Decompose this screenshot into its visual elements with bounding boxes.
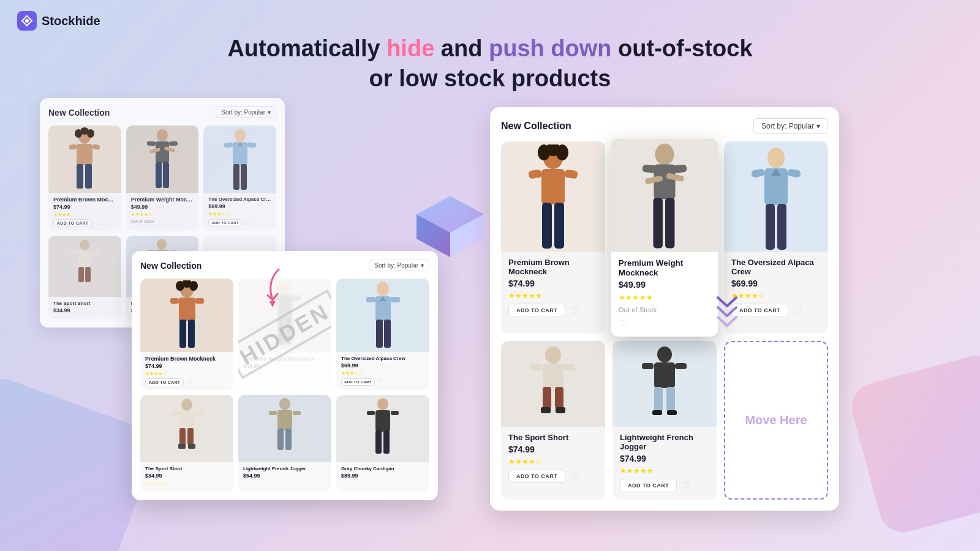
svg-rect-48	[195, 298, 204, 304]
svg-rect-99	[653, 198, 662, 248]
svg-marker-41	[270, 301, 276, 307]
svg-rect-88	[541, 169, 565, 204]
svg-rect-74	[269, 411, 277, 415]
fg-product-1: Premium Brown Mockneck $74.99 ★★★★☆ ADD …	[140, 279, 233, 390]
svg-point-29	[80, 239, 89, 250]
svg-rect-120	[654, 387, 663, 411]
bg-product-3: The Oversized Alpaca Crew $69.99 ★★★☆☆ A…	[203, 126, 276, 231]
svg-rect-71	[188, 444, 195, 449]
svg-rect-107	[777, 204, 786, 250]
fg-product-3: The Oversized Alpaca Crew $69.99 ★★★☆☆ A…	[336, 279, 429, 390]
svg-rect-12	[77, 164, 83, 189]
svg-rect-26	[247, 142, 256, 148]
svg-rect-118	[642, 363, 654, 369]
svg-rect-112	[543, 387, 551, 408]
svg-rect-70	[178, 444, 186, 449]
svg-rect-82	[375, 430, 382, 454]
add-to-cart-r5[interactable]: ADD TO CART	[620, 479, 677, 492]
logo-icon	[17, 11, 37, 31]
svg-rect-69	[187, 428, 194, 445]
svg-point-14	[157, 129, 168, 141]
svg-rect-96	[673, 165, 687, 173]
svg-rect-92	[554, 203, 564, 249]
svg-rect-111	[564, 364, 575, 370]
svg-rect-10	[69, 144, 77, 150]
headline-line2: or low stock products	[369, 66, 611, 91]
headline: Automatically hide and push down out-of-…	[214, 34, 766, 94]
svg-rect-123	[667, 410, 677, 415]
svg-rect-30	[78, 250, 91, 268]
wishlist-r3[interactable]: ♡	[793, 305, 802, 317]
add-to-cart-r4[interactable]: ADD TO CART	[508, 470, 565, 483]
svg-rect-90	[564, 170, 578, 179]
svg-rect-104	[751, 168, 765, 178]
add-to-cart-r1[interactable]: ADD TO CART	[508, 304, 565, 317]
svg-rect-27	[233, 164, 239, 190]
svg-rect-121	[666, 387, 675, 411]
svg-rect-109	[543, 364, 564, 388]
svg-rect-110	[530, 364, 542, 370]
svg-point-72	[279, 398, 290, 410]
headline-part1: Automatically	[227, 36, 386, 61]
right-product-4: The Sport Short $74.99 ★★★★☆ ADD TO CART…	[501, 341, 605, 500]
add-to-cart-fg1[interactable]: ADD TO CART	[145, 378, 184, 386]
wishlist-r5[interactable]: ♡	[682, 480, 690, 492]
panel-bg-sort[interactable]: Sort by: Popular ▾	[216, 107, 276, 118]
svg-rect-20	[156, 162, 162, 188]
move-here-label: Move Here	[745, 413, 807, 427]
down-arrows-indicator	[712, 293, 742, 329]
bg-product-2: Premium Weight Mockneck $49.99 ★★★★☆ Out…	[126, 126, 199, 231]
svg-rect-47	[170, 298, 179, 304]
svg-rect-67	[195, 411, 203, 416]
svg-rect-79	[375, 410, 390, 432]
panel-fg-sort[interactable]: Sort by: Popular ▾	[369, 260, 429, 271]
svg-rect-62	[376, 320, 383, 348]
add-to-cart-bg1[interactable]: ADD TO CART	[53, 219, 92, 227]
panel-right-title: New Collection	[501, 121, 571, 132]
fg-product-6: Gray Chunky Cardigan $89.99	[336, 395, 429, 492]
svg-rect-16	[156, 141, 169, 163]
svg-rect-83	[383, 430, 390, 454]
right-product-1: Premium Brown Mockneck $74.99 ★★★★★ ADD …	[501, 141, 605, 334]
svg-rect-80	[367, 411, 375, 415]
headline-part3: out-of-stock	[612, 36, 753, 61]
svg-rect-25	[224, 142, 233, 148]
svg-rect-117	[654, 362, 675, 388]
wishlist-r1[interactable]: ♡	[570, 305, 579, 317]
svg-rect-15	[147, 141, 156, 146]
svg-rect-28	[241, 164, 247, 190]
wishlist-bg3[interactable]: ♡	[244, 219, 251, 227]
svg-rect-77	[285, 429, 292, 450]
svg-point-45	[189, 281, 198, 291]
svg-point-116	[657, 347, 672, 362]
svg-rect-73	[277, 410, 292, 430]
svg-point-78	[377, 398, 388, 410]
svg-rect-9	[77, 144, 92, 165]
add-to-cart-bg3[interactable]: ADD TO CART	[208, 219, 242, 227]
svg-rect-119	[675, 363, 687, 369]
headline-hide: hide	[386, 36, 434, 61]
svg-rect-31	[70, 251, 78, 255]
svg-point-108	[545, 347, 561, 364]
wishlist-r4[interactable]: ♡	[570, 471, 579, 482]
svg-rect-32	[92, 251, 100, 255]
wishlist-fg1[interactable]: ♡	[186, 378, 192, 386]
svg-rect-113	[555, 387, 564, 408]
wishlist-fg3[interactable]: ♡	[377, 378, 383, 386]
svg-rect-21	[163, 162, 169, 188]
svg-rect-106	[766, 204, 775, 250]
panel-right: New Collection Sort by: Popular ▾	[490, 107, 839, 511]
svg-rect-63	[384, 320, 391, 348]
wishlist-bg1[interactable]: ♡	[94, 219, 100, 227]
svg-rect-13	[85, 164, 92, 189]
svg-point-35	[157, 239, 167, 250]
move-here-box: Move Here	[724, 341, 828, 500]
panel-right-sort[interactable]: Sort by: Popular ▾	[753, 118, 828, 134]
svg-point-93	[655, 144, 674, 165]
svg-rect-65	[179, 411, 194, 429]
add-to-cart-fg3[interactable]: ADD TO CART	[341, 378, 375, 386]
svg-rect-34	[85, 267, 91, 282]
wishlist-r2[interactable]: ♡	[619, 317, 627, 329]
svg-rect-122	[652, 410, 662, 415]
svg-point-87	[556, 144, 568, 160]
